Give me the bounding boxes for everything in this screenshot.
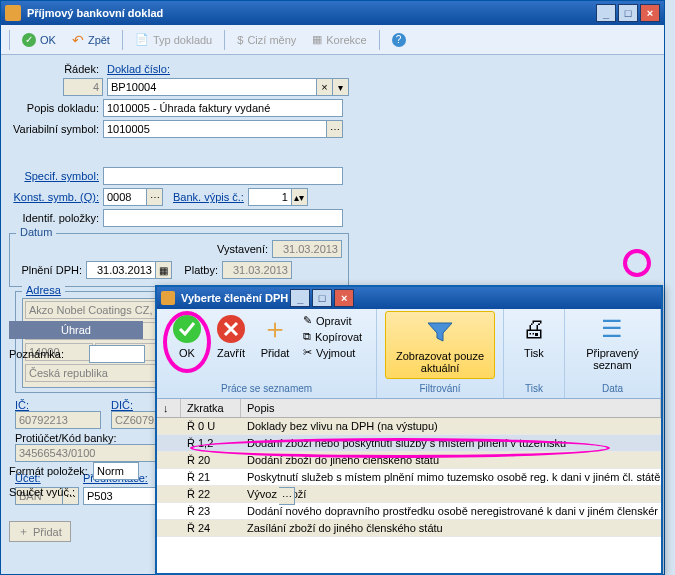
- poznamka-label: Poznámka:: [9, 348, 89, 360]
- dialog-title: Vyberte členění DPH: [181, 292, 288, 304]
- bank-vypis-spin-button[interactable]: ▴▾: [292, 188, 308, 206]
- platby-field: [222, 261, 292, 279]
- table-row[interactable]: Ř 24Zasílání zboží do jiného členského s…: [157, 520, 661, 537]
- ident-label: Identif. položky:: [9, 212, 103, 224]
- ribbon-edit-button[interactable]: ✎Opravit: [301, 313, 364, 328]
- maximize-button[interactable]: □: [618, 4, 638, 22]
- cizi-meny-button[interactable]: $Cizí měny: [231, 32, 302, 48]
- app-icon: [5, 5, 21, 21]
- table-row[interactable]: Ř 20Dodání zboží do jiného členského stá…: [157, 452, 661, 469]
- bank-vypis-field[interactable]: [248, 188, 292, 206]
- ks-field[interactable]: [103, 188, 147, 206]
- dialog-titlebar: Vyberte členění DPH _ □ ×: [157, 287, 661, 309]
- ribbon-group-data-label: Data: [602, 383, 623, 396]
- ok-icon: ✓: [22, 33, 36, 47]
- table-row[interactable]: Ř 21Poskytnutí služeb s místem plnění mi…: [157, 469, 661, 486]
- plus-icon: ＋: [18, 524, 29, 539]
- filter-icon: [424, 316, 456, 348]
- add-plus-icon: ＋: [259, 313, 291, 345]
- popis-field[interactable]: [103, 99, 343, 117]
- main-toolbar: ✓OK ↶Zpět 📄Typ dokladu $Cizí měny ▦Korek…: [1, 25, 664, 55]
- plneni-label: Plnění DPH:: [16, 264, 86, 276]
- ribbon-group-print-label: Tisk: [525, 383, 543, 396]
- table-row[interactable]: Ř 23Dodání nového dopravního prostředku …: [157, 503, 661, 520]
- ks-lookup-button[interactable]: ⋯: [147, 188, 163, 206]
- cut-icon: ✂: [303, 346, 312, 359]
- adresa-legend[interactable]: Adresa: [22, 284, 65, 296]
- bank-vypis-label[interactable]: Bank. výpis č.:: [173, 191, 248, 203]
- ribbon-print-button[interactable]: 🖨 Tisk: [512, 311, 556, 361]
- ribbon-copy-button[interactable]: ⧉Kopírovat: [301, 329, 364, 344]
- pridat-bottom-button[interactable]: ＋Přidat: [9, 521, 71, 542]
- ribbon-group-filter-label: Filtrování: [419, 383, 460, 396]
- datum-fieldset: Datum Vystavení: Plnění DPH: ▦ Platby:: [9, 233, 349, 287]
- dialog-maximize-button[interactable]: □: [312, 289, 332, 307]
- ribbon-close-button[interactable]: Zavřít: [209, 311, 253, 383]
- ok-button[interactable]: ✓OK: [16, 31, 62, 49]
- korekce-button[interactable]: ▦Korekce: [306, 31, 372, 48]
- help-icon: ?: [392, 33, 406, 47]
- ks-label[interactable]: Konst. symb. (Q):: [9, 191, 103, 203]
- vystaveni-label: Vystavení:: [217, 243, 272, 255]
- doklad-cislo-field[interactable]: [107, 78, 317, 96]
- window-title: Příjmový bankovní doklad: [27, 7, 594, 19]
- list-icon: ☰: [596, 313, 628, 345]
- ribbon-filter-button[interactable]: Zobrazovat pouze aktuální: [385, 311, 495, 379]
- plneni-field[interactable]: [86, 261, 156, 279]
- svg-point-0: [173, 315, 201, 343]
- back-button[interactable]: ↶Zpět: [66, 30, 116, 50]
- cleneni-lookup-button[interactable]: ⋯: [279, 487, 295, 505]
- col-zkratka[interactable]: Zkratka: [181, 399, 241, 417]
- typ-dokladu-button[interactable]: 📄Typ dokladu: [129, 31, 218, 48]
- currency-icon: $: [237, 34, 243, 46]
- ident-field[interactable]: [103, 209, 343, 227]
- doklad-cislo-label[interactable]: Doklad číslo:: [107, 63, 174, 75]
- copy-icon: ⧉: [303, 330, 311, 343]
- dialog-icon: [161, 291, 175, 305]
- help-button[interactable]: ?: [386, 31, 412, 49]
- doklad-dropdown-button[interactable]: ▾: [333, 78, 349, 96]
- specif-field[interactable]: [103, 167, 343, 185]
- back-icon: ↶: [72, 32, 84, 48]
- close-x-icon: [215, 313, 247, 345]
- ribbon-ok-button[interactable]: OK: [165, 311, 209, 383]
- radek-label: Řádek:: [9, 63, 103, 75]
- format-label: Formát položek:: [9, 465, 93, 477]
- dph-grid: ↓ Zkratka Popis Ř 0 UDoklady bez vlivu n…: [157, 399, 661, 566]
- ribbon-list-button[interactable]: ☰ Připravený seznam: [573, 311, 652, 373]
- grid-body[interactable]: Ř 0 UDoklady bez vlivu na DPH (na výstup…: [157, 418, 661, 566]
- minimize-button[interactable]: _: [596, 4, 616, 22]
- platby-label: Platby:: [172, 264, 222, 276]
- datum-legend: Datum: [16, 226, 56, 238]
- dialog-minimize-button[interactable]: _: [290, 289, 310, 307]
- soucet-label: Součet vyúč.:: [9, 486, 93, 498]
- format-field[interactable]: [93, 462, 139, 480]
- vs-field[interactable]: [103, 120, 327, 138]
- table-row[interactable]: Ř 0 UDoklady bez vlivu na DPH (na výstup…: [157, 418, 661, 435]
- vystaveni-field: [272, 240, 342, 258]
- poznamka-field[interactable]: [89, 345, 145, 363]
- ribbon: OK Zavřít ＋ Přidat ✎Opravit ⧉Kopírovat ✂…: [157, 309, 661, 399]
- vs-lookup-button[interactable]: ⋯: [327, 120, 343, 138]
- dph-dialog: Vyberte členění DPH _ □ × OK Zavřít: [155, 285, 663, 575]
- vs-label: Variabilní symbol:: [9, 123, 103, 135]
- calc-icon: ▦: [312, 33, 322, 46]
- main-titlebar: Příjmový bankovní doklad _ □ ×: [1, 1, 664, 25]
- specif-label[interactable]: Specif. symbol:: [9, 170, 103, 182]
- popis-label: Popis dokladu:: [9, 102, 103, 114]
- plneni-cal-button[interactable]: ▦: [156, 261, 172, 279]
- table-row[interactable]: Ř 22Vývoz zboží: [157, 486, 661, 503]
- close-button[interactable]: ×: [640, 4, 660, 22]
- grid-header: ↓ Zkratka Popis: [157, 399, 661, 418]
- col-popis[interactable]: Popis: [241, 399, 661, 417]
- edit-icon: ✎: [303, 314, 312, 327]
- dialog-close-button[interactable]: ×: [334, 289, 354, 307]
- ribbon-cut-button[interactable]: ✂Vyjmout: [301, 345, 364, 360]
- ribbon-add-button[interactable]: ＋ Přidat: [253, 311, 297, 383]
- doklad-clear-button[interactable]: ×: [317, 78, 333, 96]
- col-sort[interactable]: ↓: [157, 399, 181, 417]
- bottom-panel: Úhrad Poznámka: Formát položek: Součet v…: [9, 321, 145, 545]
- ok-check-icon: [171, 313, 203, 345]
- table-row[interactable]: Ř 1,2Dodání zboží nebo poskytnutí služby…: [157, 435, 661, 452]
- uhrada-header: Úhrad: [9, 321, 143, 339]
